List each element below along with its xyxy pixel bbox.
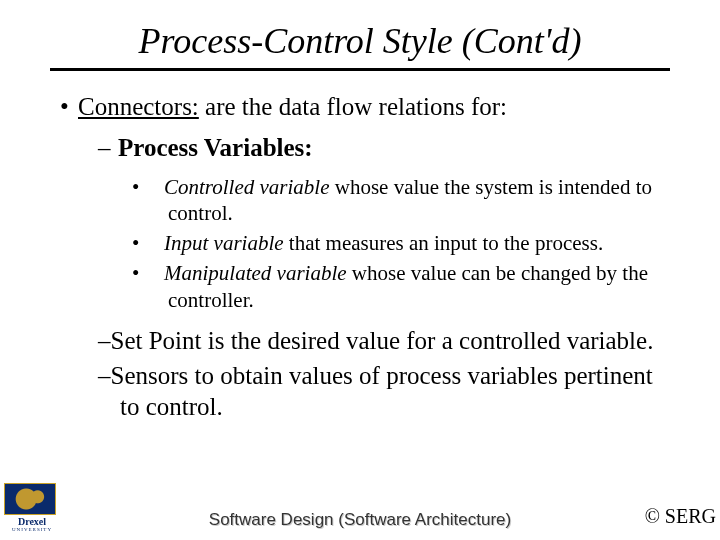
bullet-level1: •Connectors: are the data flow relations… xyxy=(60,91,670,122)
connectors-label: Connectors: xyxy=(78,93,199,120)
title-rule xyxy=(50,68,670,71)
dash-icon: – xyxy=(98,327,111,354)
dot-icon: • xyxy=(150,230,164,256)
dash-icon: – xyxy=(98,132,118,163)
slide-content: •Connectors: are the data flow relations… xyxy=(50,91,670,423)
slide: Process-Control Style (Cont'd) •Connecto… xyxy=(0,0,720,423)
bullet-level3-group: •Controlled variable whose value the sys… xyxy=(150,174,670,313)
bullet-level3: •Input variable that measures an input t… xyxy=(150,230,670,256)
connectors-rest: are the data flow relations for: xyxy=(199,93,507,120)
l3-ital: Controlled variable xyxy=(164,175,329,199)
bullet-level3: •Manipulated variable whose value can be… xyxy=(150,260,670,313)
bullet-level2-sensors: –Sensors to obtain values of process var… xyxy=(98,360,670,423)
sensors-rest: to obtain values of process variables pe… xyxy=(120,362,653,420)
processvars-label: Process Variables: xyxy=(118,134,313,161)
footer-center-text: Software Design (Software Architecture) xyxy=(0,510,720,530)
slide-title: Process-Control Style (Cont'd) xyxy=(50,20,670,62)
bullet-level2-processvars: –Process Variables: xyxy=(98,132,670,163)
l3-ital: Manipulated variable xyxy=(164,261,347,285)
dot-icon: • xyxy=(150,174,164,200)
setpoint-bold: Set Point xyxy=(111,327,202,354)
sensors-bold: Sensors xyxy=(111,362,189,389)
bullet-level2-setpoint: –Set Point is the desired value for a co… xyxy=(98,325,670,356)
bullet-level3: •Controlled variable whose value the sys… xyxy=(150,174,670,227)
l3-ital: Input variable xyxy=(164,231,284,255)
dash-icon: – xyxy=(98,362,111,389)
l3-rest: that measures an input to the process. xyxy=(284,231,604,255)
bullet-icon: • xyxy=(60,91,78,122)
slide-footer: Drexel UNIVERSITY Software Design (Softw… xyxy=(0,484,720,534)
dot-icon: • xyxy=(150,260,164,286)
setpoint-rest: is the desired value for a controlled va… xyxy=(202,327,654,354)
footer-copyright: © SERG xyxy=(645,505,716,528)
